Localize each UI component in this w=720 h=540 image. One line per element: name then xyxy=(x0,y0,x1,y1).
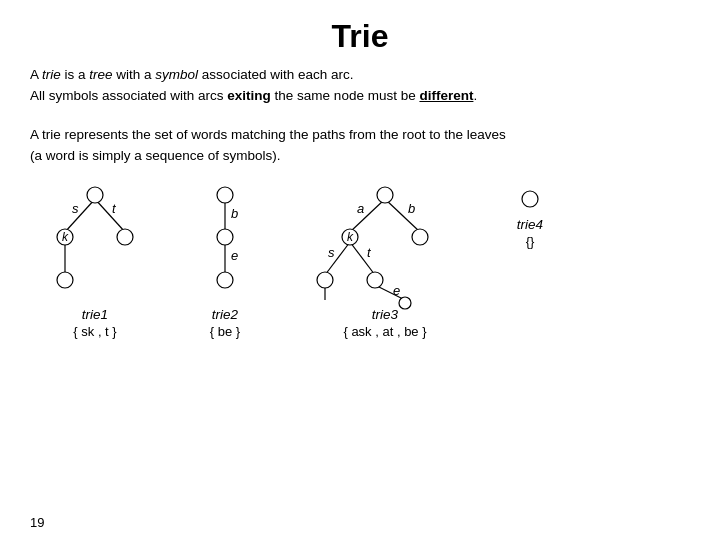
trie2-label: trie2 xyxy=(212,307,238,322)
svg-text:b: b xyxy=(408,201,415,216)
trie3-label: trie3 xyxy=(372,307,398,322)
svg-point-28 xyxy=(377,187,393,203)
trie1-block: s t k trie1 { sk , t } xyxy=(30,185,160,339)
svg-line-20 xyxy=(350,242,375,275)
svg-text:t: t xyxy=(112,201,117,216)
svg-point-9 xyxy=(57,272,73,288)
trie3-set: { ask , at , be } xyxy=(343,324,426,339)
page-title: Trie xyxy=(0,0,720,65)
svg-point-32 xyxy=(367,272,383,288)
page-number: 19 xyxy=(30,515,44,530)
trie4-label: trie4 xyxy=(517,217,543,232)
svg-text:k: k xyxy=(62,230,69,244)
trie1-label: trie1 xyxy=(82,307,108,322)
svg-point-31 xyxy=(317,272,333,288)
svg-text:e: e xyxy=(393,283,400,298)
svg-line-1 xyxy=(95,199,125,232)
svg-text:s: s xyxy=(72,201,79,216)
svg-point-5 xyxy=(87,187,103,203)
svg-line-17 xyxy=(350,199,385,232)
intro-text: A trie is a tree with a symbol associate… xyxy=(30,65,690,107)
trie4-set: {} xyxy=(526,234,535,249)
svg-line-0 xyxy=(65,199,95,232)
svg-text:s: s xyxy=(328,245,335,260)
trie2-set: { be } xyxy=(210,324,240,339)
svg-point-33 xyxy=(399,297,411,309)
svg-point-30 xyxy=(412,229,428,245)
svg-point-14 xyxy=(217,187,233,203)
svg-point-8 xyxy=(117,229,133,245)
svg-text:t: t xyxy=(367,245,372,260)
description-text: A trie represents the set of words match… xyxy=(30,125,690,167)
svg-point-15 xyxy=(217,229,233,245)
trie3-block: a b s t e k trie3 { ask , at , be } xyxy=(290,185,480,339)
trie2-block: b e trie2 { be } xyxy=(170,185,280,339)
svg-text:b: b xyxy=(231,206,238,221)
svg-point-16 xyxy=(217,272,233,288)
svg-text:a: a xyxy=(357,201,364,216)
svg-text:k: k xyxy=(347,230,354,244)
svg-point-35 xyxy=(522,191,538,207)
svg-text:e: e xyxy=(231,248,238,263)
trie4-block: trie4 {} xyxy=(490,185,570,249)
trie1-set: { sk , t } xyxy=(73,324,116,339)
